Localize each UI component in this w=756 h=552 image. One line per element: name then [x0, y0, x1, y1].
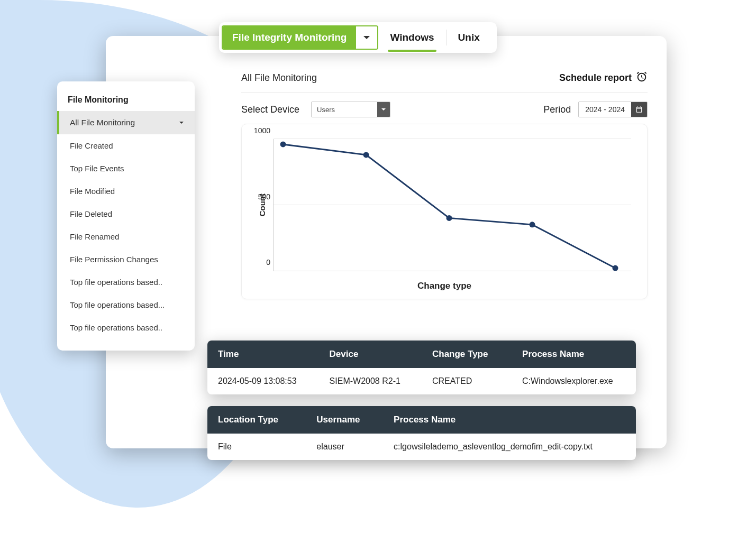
sidebar-item-label: All File Monitoring	[70, 118, 135, 127]
chart-line	[274, 139, 631, 271]
device-select-value: Users	[312, 106, 377, 114]
page-title: All File Monitoring	[241, 72, 317, 84]
sidebar-item-label: File Renamed	[70, 232, 119, 241]
sidebar-item[interactable]: Top file operations based..	[57, 316, 195, 339]
calendar-icon	[631, 102, 647, 117]
category-dropdown[interactable]: File Integrity Monitoring	[222, 25, 378, 50]
sidebar-item[interactable]: File Created	[57, 134, 195, 157]
events-table: Time Device Change Type Process Name 202…	[207, 341, 636, 394]
table-col-process-name: Process Name	[512, 341, 636, 368]
tab-unix[interactable]: Unix	[447, 25, 491, 50]
cell-time: 2024-05-09 13:08:53	[207, 368, 319, 394]
chart-card: Count 0 500 1000 Change type	[241, 124, 648, 299]
sidebar-item-label: File Deleted	[70, 209, 112, 218]
category-tabs-bar: File Integrity Monitoring Windows Unix	[219, 22, 497, 53]
table-header-row: Location Type Username Process Name	[207, 406, 636, 434]
chevron-down-icon	[377, 102, 390, 117]
cell-process-name: c:lgowsilelademo_asleventlog_demofim_edi…	[383, 434, 636, 460]
sidebar-title: File Monitoring	[57, 95, 195, 111]
sidebar-item[interactable]: File Renamed	[57, 225, 195, 248]
table-col-username: Username	[306, 406, 383, 434]
sidebar-item-label: File Permission Changes	[70, 255, 158, 264]
sidebar-item[interactable]: Top file operations based...	[57, 293, 195, 316]
chart-xlabel: Change type	[258, 271, 631, 291]
period-label: Period	[543, 104, 571, 115]
cell-location-type: File	[207, 434, 306, 460]
sidebar-item-label: Top file operations based..	[70, 323, 162, 332]
schedule-report-button[interactable]: Schedule report	[559, 71, 648, 85]
chart-ytick: 1000	[249, 126, 270, 135]
chevron-down-icon	[356, 26, 377, 49]
sidebar-item-label: Top file operations based...	[70, 300, 165, 309]
table-col-location-type: Location Type	[207, 406, 306, 434]
sidebar-item-label: File Created	[70, 141, 113, 150]
clock-icon	[636, 71, 648, 85]
cell-device: SIEM-W2008 R2-1	[319, 368, 422, 394]
tab-label: Windows	[390, 32, 434, 43]
filter-row: Select Device Users Period 2024 - 2024	[241, 93, 648, 124]
svg-point-3	[530, 222, 535, 227]
period-value: 2024 - 2024	[579, 105, 631, 114]
sidebar-item[interactable]: All File Monitoring	[57, 111, 195, 134]
svg-point-2	[447, 215, 452, 221]
chart-ytick: 0	[249, 258, 270, 266]
tab-windows[interactable]: Windows	[378, 25, 445, 50]
table-header-row: Time Device Change Type Process Name	[207, 341, 636, 368]
schedule-report-label: Schedule report	[559, 72, 632, 84]
sidebar-panel: File Monitoring All File MonitoringFile …	[57, 81, 195, 351]
table-col-device: Device	[319, 341, 422, 368]
sidebar-item[interactable]: Top File Events	[57, 157, 195, 180]
period-picker[interactable]: 2024 - 2024	[578, 102, 648, 117]
svg-point-4	[613, 265, 618, 271]
cell-username: elauser	[306, 434, 383, 460]
device-select[interactable]: Users	[311, 102, 390, 117]
svg-point-1	[363, 152, 369, 158]
tab-label: Unix	[458, 32, 480, 43]
details-table: Location Type Username Process Name File…	[207, 406, 636, 460]
sidebar-item[interactable]: File Permission Changes	[57, 248, 195, 271]
sidebar-item-label: Top file operations based..	[70, 278, 162, 287]
category-label: File Integrity Monitoring	[223, 26, 356, 49]
table-col-time: Time	[207, 341, 319, 368]
header-row: All File Monitoring Schedule report	[241, 68, 648, 93]
sidebar-item[interactable]: File Deleted	[57, 203, 195, 225]
cell-process-name: C:Windowslexplorer.exe	[512, 368, 636, 394]
sidebar-item-label: Top File Events	[70, 164, 124, 173]
cell-change-type: CREATED	[422, 368, 512, 394]
select-device-label: Select Device	[241, 104, 299, 115]
caret-down-icon	[179, 118, 184, 127]
sidebar-item-label: File Modified	[70, 187, 115, 196]
table-row[interactable]: 2024-05-09 13:08:53 SIEM-W2008 R2-1 CREA…	[207, 368, 636, 394]
chart-plot: 0 500 1000	[273, 139, 631, 271]
sidebar-item[interactable]: File Modified	[57, 180, 195, 203]
chart-ytick: 500	[249, 192, 270, 201]
sidebar-item[interactable]: Top file operations based..	[57, 271, 195, 293]
table-row[interactable]: File elauser c:lgowsilelademo_asleventlo…	[207, 434, 636, 460]
svg-point-0	[280, 141, 286, 147]
table-col-change-type: Change Type	[422, 341, 512, 368]
table-col-process-name: Process Name	[383, 406, 636, 434]
